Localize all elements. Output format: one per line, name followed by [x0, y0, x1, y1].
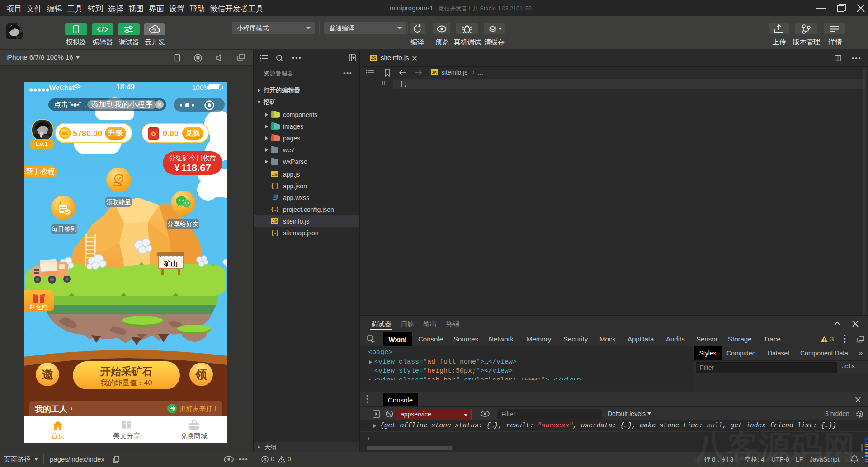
svg-text:¥: ¥ — [152, 132, 155, 136]
svg-text:矿山: 矿山 — [164, 260, 178, 267]
